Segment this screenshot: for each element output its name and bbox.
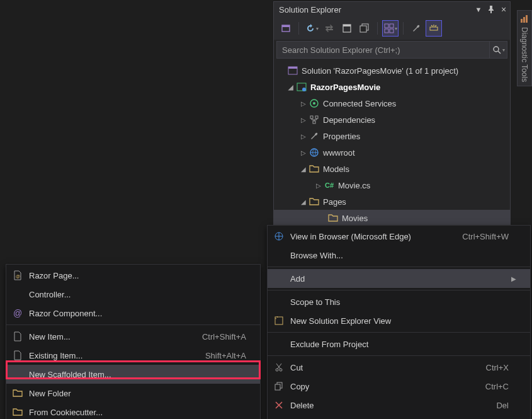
panel-dropdown-button[interactable]: ▼ <box>472 3 485 16</box>
search-input[interactable] <box>277 45 489 55</box>
razor-component-icon: @ <box>6 308 29 318</box>
svg-rect-8 <box>385 29 388 33</box>
svg-text:@: @ <box>16 274 20 278</box>
delete-icon <box>268 401 290 410</box>
wrench-icon[interactable] <box>408 20 424 37</box>
submenu-cookiecutter[interactable]: From Cookiecutter... <box>6 403 260 419</box>
refresh-icon[interactable]: ▾ <box>303 20 320 37</box>
submenu-razor-component[interactable]: @ Razor Component... <box>6 304 260 323</box>
svg-point-27 <box>276 369 278 371</box>
svg-rect-10 <box>430 27 438 30</box>
tree-properties[interactable]: ▷ Properties <box>278 128 510 144</box>
show-all-icon[interactable]: ▾ <box>382 20 399 37</box>
menu-cut[interactable]: Cut Ctrl+X <box>268 358 530 377</box>
menu-copy[interactable]: Copy Ctrl+C <box>268 377 530 396</box>
menu-separator <box>6 324 260 325</box>
tree-movies[interactable]: Movies <box>274 210 510 226</box>
menu-separator <box>268 290 530 290</box>
tree-pages[interactable]: ◢ Pages <box>278 193 510 210</box>
menu-separator <box>268 355 530 356</box>
svg-rect-1 <box>282 25 290 27</box>
svg-rect-30 <box>275 384 280 390</box>
svg-point-15 <box>302 88 306 91</box>
svg-point-28 <box>280 369 282 371</box>
menu-scope-to-this[interactable]: Scope to This <box>268 292 530 311</box>
submenu-razor-page[interactable]: @ Razor Page... <box>6 266 260 285</box>
tree-label: Connected Services <box>323 99 396 108</box>
tree-label: Movie.cs <box>338 181 370 190</box>
svg-rect-19 <box>315 116 318 118</box>
svg-point-17 <box>313 102 315 105</box>
tree-wwwroot[interactable]: ▷ wwwroot <box>278 144 510 161</box>
panel-title: Solution Explorer <box>279 5 472 14</box>
submenu-existing-item[interactable]: Existing Item... Shift+Alt+A <box>6 346 260 365</box>
submenu-new-item[interactable]: New Item... Ctrl+Shift+A <box>6 327 260 346</box>
windows-icon[interactable] <box>356 20 373 37</box>
svg-rect-13 <box>288 67 297 69</box>
svg-rect-23 <box>523 17 525 23</box>
tree-connected-services[interactable]: ▷ Connected Services <box>278 95 510 112</box>
folder-icon <box>327 212 339 224</box>
tree-label: Movies <box>342 214 368 223</box>
svg-rect-9 <box>390 29 393 33</box>
menu-browse-with[interactable]: Browse With... <box>268 246 530 265</box>
context-menu: View in Browser (Microsoft Edge) Ctrl+Sh… <box>267 225 531 419</box>
preview-icon[interactable] <box>426 20 442 37</box>
razor-page-icon: @ <box>6 270 29 280</box>
tree-label: Properties <box>323 132 360 141</box>
tree-label: RazorPagesMovie <box>310 83 380 92</box>
add-submenu: @ Razor Page... Controller... @ Razor Co… <box>6 264 261 419</box>
properties-icon <box>308 130 320 142</box>
svg-rect-6 <box>385 24 388 28</box>
tree-label: Models <box>323 164 349 174</box>
panel-header: Solution Explorer ▼ × <box>274 2 510 17</box>
menu-rename[interactable]: Rename F2 <box>268 415 530 419</box>
csharp-icon: C# <box>323 180 336 191</box>
search-icon[interactable]: ▾ <box>489 42 507 58</box>
tree-dependencies[interactable]: ▷ Dependencies <box>278 112 510 128</box>
svg-point-11 <box>494 47 499 52</box>
window-icon[interactable] <box>339 20 355 37</box>
submenu-controller[interactable]: Controller... <box>6 285 260 304</box>
csproj-icon <box>295 81 308 93</box>
svg-rect-22 <box>521 19 523 23</box>
submenu-new-folder[interactable]: New Folder <box>6 384 260 403</box>
diagnostic-tools-tab[interactable]: Diagnostic Tools <box>517 10 532 86</box>
globe-icon <box>308 147 320 158</box>
dependencies-icon <box>308 114 320 125</box>
tree-label: Solution 'RazorPagesMovie' (1 of 1 proje… <box>302 66 458 76</box>
svg-rect-24 <box>526 15 528 23</box>
swap-icon[interactable] <box>321 20 337 37</box>
menu-exclude[interactable]: Exclude From Project <box>268 335 530 353</box>
search-box[interactable]: ▾ <box>276 41 507 59</box>
menu-delete[interactable]: Delete Del <box>268 396 530 415</box>
solution-tree: Solution 'RazorPagesMovie' (1 of 1 proje… <box>274 61 510 229</box>
svg-rect-3 <box>343 25 351 26</box>
submenu-new-scaffolded-item[interactable]: New Scaffolded Item... <box>6 365 260 384</box>
panel-toolbar: ▾ ▾ <box>274 17 510 40</box>
new-view-icon <box>268 316 290 326</box>
tree-models[interactable]: ◢ Models <box>278 161 510 177</box>
tree-project[interactable]: ◢ RazorPagesMovie <box>278 79 510 95</box>
menu-new-solution-view[interactable]: New Solution Explorer View <box>268 311 530 330</box>
svg-rect-5 <box>360 26 366 32</box>
menu-add[interactable]: Add ▶ <box>268 269 530 288</box>
close-icon[interactable]: × <box>497 3 510 16</box>
home-icon[interactable] <box>278 20 294 37</box>
menu-view-in-browser[interactable]: View in Browser (Microsoft Edge) Ctrl+Sh… <box>268 227 530 246</box>
browser-icon <box>268 231 290 241</box>
copy-icon <box>268 382 290 391</box>
tree-solution[interactable]: Solution 'RazorPagesMovie' (1 of 1 proje… <box>278 62 510 79</box>
side-tab-label: Diagnostic Tools <box>520 27 529 82</box>
chevron-right-icon: ▶ <box>511 275 519 282</box>
cut-icon <box>268 363 290 372</box>
tree-moviecs[interactable]: ▷ C# Movie.cs <box>278 177 510 193</box>
svg-rect-7 <box>390 24 393 28</box>
tree-label: Dependencies <box>323 115 375 125</box>
pin-icon[interactable] <box>485 3 497 16</box>
new-item-icon <box>6 331 29 342</box>
svg-rect-18 <box>310 116 313 118</box>
svg-rect-26 <box>275 317 283 324</box>
cookiecutter-icon <box>6 408 29 416</box>
connected-icon <box>308 98 320 109</box>
